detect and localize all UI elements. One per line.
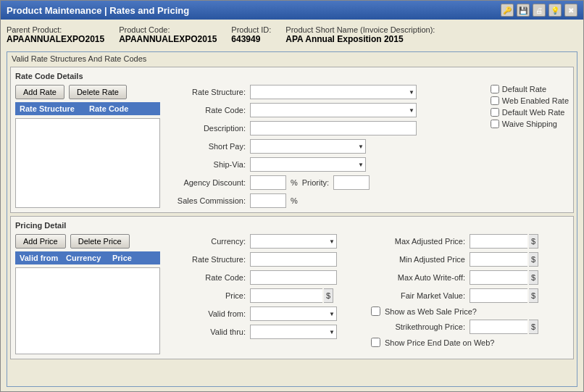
description-input[interactable] xyxy=(250,121,417,135)
strikethrough-price-input[interactable] xyxy=(470,320,527,334)
bulb-icon[interactable]: 💡 xyxy=(548,4,562,17)
max-auto-writeoff-row: Max Auto Write-off: $ xyxy=(371,270,569,285)
main-window: Product Maintenance | Rates and Pricing … xyxy=(0,0,584,392)
product-short-name-group: Product Short Name (Invoice Description)… xyxy=(285,25,435,44)
rate-code-form-label: Rate Code: xyxy=(166,106,246,114)
close-icon[interactable]: ✖ xyxy=(564,4,577,17)
description-label: Description: xyxy=(166,124,246,133)
min-adjusted-dollar: $ xyxy=(529,252,538,267)
short-pay-row: Short Pay: xyxy=(166,139,479,154)
price-label: Price: xyxy=(166,291,246,300)
ship-via-row: Ship-Via: xyxy=(166,157,479,172)
web-enabled-rate-checkbox[interactable] xyxy=(491,96,499,105)
product-id-value: 643949 xyxy=(231,34,271,44)
pricing-rate-structure-input[interactable] xyxy=(250,252,337,267)
default-web-rate-label: Default Web Rate xyxy=(502,108,565,117)
product-id-group: Product ID: 643949 xyxy=(231,25,271,44)
max-auto-writeoff-wrapper: $ xyxy=(470,270,538,285)
rate-right-with-checks: Rate Structure: Rate Code: xyxy=(166,85,569,208)
sales-commission-input[interactable] xyxy=(250,193,286,208)
title-icon-group: 🔑 💾 🖨 💡 ✖ xyxy=(501,4,577,17)
pricing-rate-structure-row: Rate Structure: xyxy=(166,252,364,267)
delete-price-button[interactable]: Delete Price xyxy=(70,234,130,249)
rate-code-select-wrapper xyxy=(250,103,417,117)
fair-market-value-wrapper: $ xyxy=(470,288,538,303)
max-adjusted-price-row: Max Adjusted Price: $ xyxy=(371,234,569,249)
min-adjusted-price-input[interactable] xyxy=(470,252,527,267)
product-short-name-label: Product Short Name (Invoice Description)… xyxy=(285,25,435,34)
waive-shipping-label: Waive Shipping xyxy=(502,120,557,128)
price-input-wrapper: $ xyxy=(250,288,333,303)
commission-percent-sign: % xyxy=(291,196,298,205)
default-rate-row: Default Rate xyxy=(491,85,569,93)
currency-row: Currency: xyxy=(166,234,364,249)
fair-market-dollar: $ xyxy=(529,288,538,303)
product-code-value: APAANNUALEXPO2015 xyxy=(119,34,217,44)
key-icon[interactable]: 🔑 xyxy=(501,4,514,17)
price-dollar-sign: $ xyxy=(324,288,333,303)
rate-structure-select[interactable] xyxy=(250,85,417,99)
strikethrough-price-wrapper: $ xyxy=(470,320,538,334)
rate-button-row: Add Rate Delete Rate xyxy=(15,85,160,99)
show-price-end-date-label: Show Price End Date on Web? xyxy=(385,338,494,347)
max-auto-writeoff-input[interactable] xyxy=(470,270,527,285)
price-input[interactable] xyxy=(250,288,322,303)
strikethrough-price-label: Strikethrough Price: xyxy=(371,322,465,331)
rate-column-headers: Rate Structure Rate Code xyxy=(15,102,160,115)
pricing-rate-code-row: Rate Code: xyxy=(166,270,364,285)
currency-select-wrapper xyxy=(250,234,337,249)
short-pay-select[interactable] xyxy=(250,139,366,154)
valid-from-col-header: Valid from xyxy=(18,253,64,263)
rate-code-col-header: Rate Code xyxy=(88,104,157,114)
max-adjusted-price-input[interactable] xyxy=(470,234,527,249)
valid-thru-select[interactable] xyxy=(250,325,337,339)
short-pay-label: Short Pay: xyxy=(166,142,246,151)
show-web-sale-price-checkbox[interactable] xyxy=(371,306,380,316)
default-web-rate-checkbox[interactable] xyxy=(491,108,499,117)
pricing-button-row: Add Price Delete Price xyxy=(15,234,160,249)
fair-market-value-label: Fair Market Value: xyxy=(371,291,465,300)
rate-structure-row: Rate Structure: xyxy=(166,85,479,99)
rate-left-panel: Add Rate Delete Rate Rate Structure Rate… xyxy=(15,85,160,208)
price-col-header: Price xyxy=(111,253,157,263)
default-rate-checkbox[interactable] xyxy=(491,85,499,93)
rate-structure-select-wrapper xyxy=(250,85,417,99)
price-row: Price: $ xyxy=(166,288,364,303)
add-rate-button[interactable]: Add Rate xyxy=(15,85,64,99)
save-icon[interactable]: 💾 xyxy=(517,4,530,17)
pricing-rate-structure-label: Rate Structure: xyxy=(166,255,246,264)
strikethrough-price-row: Strikethrough Price: $ xyxy=(371,320,569,334)
pricing-list-area[interactable] xyxy=(15,267,160,354)
product-short-name-value: APA Annual Exposition 2015 xyxy=(285,34,435,44)
rate-code-select[interactable] xyxy=(250,103,417,117)
pricing-form-col-right: Max Adjusted Price: $ Min Adjusted Price xyxy=(371,234,569,354)
pricing-rate-code-input[interactable] xyxy=(250,270,337,285)
content-area: Parent Product: APAANNUALEXPO2015 Produc… xyxy=(1,20,583,391)
priority-input[interactable] xyxy=(333,175,370,190)
valid-from-select[interactable] xyxy=(250,306,337,321)
waive-shipping-checkbox[interactable] xyxy=(491,120,499,128)
currency-select[interactable] xyxy=(250,234,337,249)
agency-discount-input[interactable] xyxy=(250,175,286,190)
print-icon[interactable]: 🖨 xyxy=(533,4,546,17)
web-enabled-rate-label: Web Enabled Rate xyxy=(502,96,569,105)
pricing-detail-section: Pricing Detail Add Price Delete Price Va… xyxy=(10,216,574,359)
min-adjusted-price-row: Min Adjusted Price $ xyxy=(371,252,569,267)
add-price-button[interactable]: Add Price xyxy=(15,234,66,249)
sales-commission-label: Sales Commission: xyxy=(166,196,246,205)
rate-code-row: Rate Code: xyxy=(166,103,479,117)
pricing-inner: Add Price Delete Price Valid from Curren… xyxy=(15,234,569,354)
rate-list-area[interactable] xyxy=(15,118,160,208)
pricing-left-panel: Add Price Delete Price Valid from Curren… xyxy=(15,234,160,354)
product-code-group: Product Code: APAANNUALEXPO2015 xyxy=(119,25,217,44)
short-pay-select-wrapper xyxy=(250,139,366,154)
default-rate-label: Default Rate xyxy=(502,85,546,93)
fair-market-value-input[interactable] xyxy=(470,288,527,303)
delete-rate-button[interactable]: Delete Rate xyxy=(69,85,127,99)
valid-rate-title: Valid Rate Structures And Rate Codes xyxy=(9,54,575,64)
show-price-end-date-checkbox[interactable] xyxy=(371,338,380,347)
rate-code-details-title: Rate Code Details xyxy=(15,72,569,80)
ship-via-select[interactable] xyxy=(250,157,366,172)
show-web-sale-price-label: Show as Web Sale Price? xyxy=(385,307,477,316)
pricing-detail-title: Pricing Detail xyxy=(15,221,569,230)
